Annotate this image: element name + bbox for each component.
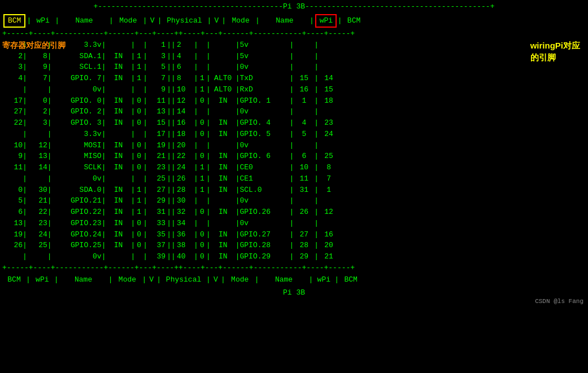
separator: | — [23, 140, 27, 151]
cell: SDA.0 — [52, 185, 102, 196]
separator: | — [23, 195, 27, 207]
cell: 6 — [177, 62, 194, 73]
cell: 2 — [2, 51, 23, 62]
separator: | — [130, 173, 135, 185]
cell: 25 — [147, 173, 165, 185]
separator: | — [314, 218, 319, 229]
cell: 27 — [2, 106, 23, 117]
separator: | — [47, 195, 52, 207]
cell: 7 — [147, 73, 165, 84]
cell: 10 — [2, 140, 23, 151]
mode-right-header: Mode — [226, 15, 255, 27]
separator: | — [236, 251, 240, 262]
separator: | — [23, 240, 27, 251]
table-row: 4 | 7 | GPIO. 7 | IN | 1 | 7 || 8 | 1 | … — [2, 73, 586, 84]
separator: | — [194, 162, 198, 173]
table-row: 9 | 13 | MISO | IN | 0 | 21 || 22 | 0 | … — [2, 151, 586, 162]
cell: 22 — [2, 117, 23, 129]
cell: 3 — [2, 62, 23, 73]
cell: IN — [106, 162, 130, 173]
separator: | — [314, 140, 319, 151]
cell: GPIO.21 — [52, 195, 102, 207]
cell: 0 — [198, 151, 206, 162]
cell: IN — [211, 162, 236, 173]
cell: 15 — [319, 84, 339, 95]
bcm-left-header: BCM — [3, 14, 25, 28]
separator: | — [102, 173, 106, 185]
cell: IN — [106, 151, 130, 162]
separator: | — [47, 140, 52, 151]
cell: || — [165, 117, 177, 129]
separator: | — [194, 207, 198, 218]
separator: | — [23, 218, 27, 229]
table-row: | | 0v | | | 9 || 10 | 1 | ALT0 | RxD | … — [2, 84, 586, 95]
v-right-header: V — [211, 15, 221, 27]
separator: | — [130, 51, 135, 62]
footer-wpi-left: wPi — [31, 274, 54, 286]
cell: 17 — [2, 95, 23, 107]
sep2: | — [55, 15, 59, 27]
separator: | — [130, 195, 135, 207]
cell: GPIO. 3 — [52, 117, 102, 129]
separator: | — [102, 129, 106, 140]
separator: | — [23, 62, 27, 73]
separator: | — [290, 151, 294, 162]
table-row: 27 | 2 | GPIO. 2 | IN | 0 | 13 || 14 | |… — [2, 106, 586, 117]
cell: 13 — [147, 106, 165, 117]
cell: IN — [106, 240, 130, 251]
cell: || — [165, 140, 177, 151]
separator: | — [194, 84, 198, 95]
cell: 21 — [319, 251, 339, 262]
cell: 9 — [27, 62, 47, 73]
separator: | — [206, 240, 211, 251]
separator: | — [206, 185, 211, 196]
separator: | — [194, 218, 198, 229]
cell: || — [165, 62, 177, 73]
cell: IN — [106, 95, 130, 107]
footer-v-left: V — [146, 274, 156, 286]
separator: | — [23, 207, 27, 218]
separator: | — [143, 229, 147, 240]
separator: | — [102, 240, 106, 251]
separator: | — [290, 95, 294, 107]
cell: 14 — [319, 73, 339, 84]
separator: | — [130, 151, 135, 162]
separator: | — [102, 207, 106, 218]
cell: 0 — [198, 240, 206, 251]
cell: GPIO.28 — [240, 240, 290, 251]
cell: 21 — [27, 195, 47, 207]
cell: 26 — [294, 207, 314, 218]
footer-name-left: Name — [59, 274, 108, 286]
cell: 10 — [294, 162, 314, 173]
name-right-header: Name — [260, 15, 310, 27]
cell: 5v — [240, 51, 290, 62]
footer-mode-left: Mode — [112, 274, 142, 286]
separator: | — [143, 73, 147, 84]
cell: 0 — [135, 240, 143, 251]
cell: 1 — [135, 185, 143, 196]
separator: | — [314, 185, 319, 196]
cell: 18 — [177, 129, 194, 140]
cell: || — [165, 151, 177, 162]
separator: | — [47, 84, 52, 95]
separator: | — [314, 95, 319, 107]
separator: | — [23, 185, 27, 196]
separator: | — [290, 106, 294, 117]
cell: 0 — [198, 207, 206, 218]
cell: GPIO. 7 — [52, 73, 102, 84]
separator: | — [236, 140, 240, 151]
cell: 5 — [2, 195, 23, 207]
cell: 3.3v — [52, 129, 102, 140]
annotation-left: 寄存器对应的引脚 — [2, 40, 66, 51]
bottom-divider: +-----+----+-----------+------+---+----+… — [2, 262, 586, 274]
separator: | — [194, 62, 198, 73]
cell: IN — [106, 185, 130, 196]
separator: | — [206, 40, 211, 51]
cell: 17 — [147, 129, 165, 140]
separator: | — [47, 62, 52, 73]
cell: 39 — [147, 251, 165, 262]
separator: | — [143, 129, 147, 140]
separator: | — [102, 84, 106, 95]
cell: IN — [106, 207, 130, 218]
separator: | — [314, 229, 319, 240]
